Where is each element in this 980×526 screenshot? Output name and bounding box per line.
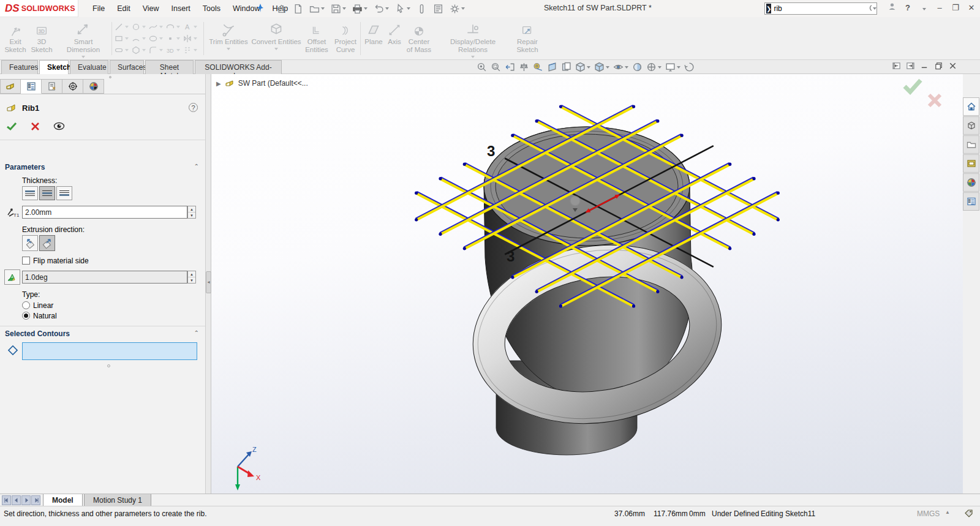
ribbon-3d-sketch[interactable]: 3D3DSketch <box>29 20 54 54</box>
section-view-icon[interactable] <box>547 62 557 72</box>
draft-angle-field[interactable]: 1.0deg <box>22 271 187 284</box>
pin-icon[interactable] <box>256 3 265 15</box>
tab-motion-study-1[interactable]: Motion Study 1 <box>84 494 151 506</box>
ribbon-offset-entities[interactable]: OffsetEntities <box>303 20 331 54</box>
normal-to-sketch-button[interactable] <box>39 235 55 251</box>
thickness-spinner[interactable]: ▲▼ <box>187 206 196 219</box>
flyout-expand-icon[interactable]: ▶ <box>216 80 221 87</box>
sketch-tool-arc-icon[interactable] <box>131 32 148 44</box>
sketch-tool-circle-icon[interactable] <box>131 21 148 32</box>
ribbon-center-of-mass[interactable]: Centerof Mass <box>404 20 434 54</box>
sketch-tool-ellipse-partial-icon[interactable] <box>165 21 183 32</box>
manager-tab-display-manager[interactable] <box>83 79 104 94</box>
ribbon-plane[interactable]: Plane <box>363 20 385 46</box>
thickness-both-sides-button[interactable] <box>39 186 55 200</box>
magnified-selection-icon[interactable] <box>519 62 529 72</box>
taskpane-design-library-tab[interactable] <box>963 135 979 154</box>
parallel-to-sketch-button[interactable] <box>22 235 38 251</box>
flip-material-side-checkbox[interactable] <box>22 257 30 265</box>
panel-divider[interactable]: ◂ <box>205 74 211 494</box>
draft-angle-spinner[interactable]: ▲▼ <box>187 271 196 284</box>
sketch-tool-line-icon[interactable] <box>114 21 131 32</box>
preview-eye-icon[interactable] <box>53 122 65 130</box>
model-nav-prev-button[interactable] <box>12 495 21 505</box>
sketch-tool-pattern-icon[interactable] <box>183 44 200 56</box>
ribbon-display-delete-relations[interactable]: Display/Delete Relations <box>436 20 510 58</box>
taskpane-appearances-tab[interactable] <box>963 173 979 192</box>
docwin-restore-button[interactable] <box>934 61 943 72</box>
graphics-viewport[interactable]: 33 Z X ▶ SW Par <box>211 74 963 494</box>
menu-edit[interactable]: Edit <box>111 2 136 15</box>
rotate-view-icon[interactable] <box>684 62 695 72</box>
tab-evaluate[interactable]: Evaluate <box>70 60 108 74</box>
taskpane-home-tab[interactable] <box>963 97 979 116</box>
previous-view-icon[interactable] <box>505 62 515 72</box>
options-icon[interactable] <box>448 2 467 15</box>
manager-tab-configuration-manager[interactable] <box>42 79 62 94</box>
type-natural-radio[interactable] <box>22 312 30 320</box>
docwin-pane-right-button[interactable] <box>906 61 915 72</box>
taskpane-custom-properties-tab[interactable] <box>963 192 979 211</box>
taskpane-file-explorer-tab[interactable] <box>963 154 979 173</box>
sketch-tool-fillet-icon[interactable] <box>148 44 165 56</box>
restore-button[interactable]: ❐ <box>951 3 960 12</box>
sketch-tool-spline-icon[interactable] <box>148 21 165 32</box>
tab-features[interactable]: Features <box>1 60 38 74</box>
view-settings-icon[interactable] <box>665 62 680 72</box>
units-caret-icon[interactable]: ▲ <box>945 509 950 515</box>
3d-drawing-view-icon[interactable] <box>561 62 571 72</box>
hide-show-items-icon[interactable] <box>613 62 628 72</box>
undo-icon[interactable] <box>372 2 391 15</box>
ribbon-smart-dimension[interactable]: Smart Dimension <box>56 20 110 58</box>
ribbon-convert-entities[interactable]: Convert Entities <box>251 20 301 50</box>
search-commands-icon[interactable]: ❯ <box>766 4 771 13</box>
ribbon-repair-sketch[interactable]: RepairSketch <box>513 20 541 54</box>
model-nav-next-button[interactable] <box>21 495 31 505</box>
selected-contours-listbox[interactable] <box>22 342 197 360</box>
taskpane-solidworks-resources-tab[interactable] <box>963 116 979 135</box>
ribbon-trim-entities[interactable]: Trim Entities <box>207 20 250 50</box>
flyout-part-name[interactable]: SW Part (Default<<... <box>238 79 308 88</box>
panel-grip[interactable] <box>0 74 205 79</box>
3d-scene[interactable]: 33 Z X <box>211 74 963 494</box>
open-icon[interactable] <box>307 2 326 15</box>
minimize-button[interactable]: – <box>935 3 944 12</box>
close-button[interactable]: ✕ <box>967 3 976 12</box>
ok-button[interactable] <box>6 121 17 131</box>
zoom-to-fit-icon[interactable] <box>477 62 487 72</box>
touch-icon[interactable] <box>415 2 429 15</box>
save-icon[interactable] <box>329 2 348 15</box>
ribbon-project-curve[interactable]: ProjectCurve <box>332 20 359 54</box>
sketch-tool-plane-3d-icon[interactable]: 3D <box>165 44 183 56</box>
panel-collapse-handle[interactable]: ◂ <box>206 271 211 293</box>
sketch-tool-polygon-icon[interactable] <box>131 44 148 56</box>
listbox-resize-handle[interactable] <box>107 364 110 367</box>
status-units[interactable]: MMGS <box>917 509 940 518</box>
print-icon[interactable] <box>350 2 369 15</box>
sketch-tool-text-a-icon[interactable]: A <box>183 21 200 32</box>
ribbon-exit-sketch[interactable]: ExitSketch <box>2 20 28 54</box>
view-orientation-icon[interactable] <box>575 62 590 72</box>
draft-on-off-button[interactable] <box>4 269 20 285</box>
model-nav-last-button[interactable] <box>31 495 40 505</box>
manager-tab-dimxpert-manager[interactable] <box>62 79 83 94</box>
docwin-pane-left-button[interactable] <box>892 61 901 72</box>
parameters-section-header[interactable]: Parameters <box>5 163 45 171</box>
type-linear-radio[interactable] <box>22 301 30 309</box>
search-input[interactable] <box>774 4 869 13</box>
selected-contours-collapse-icon[interactable]: ⌃ <box>194 329 199 336</box>
menu-view[interactable]: View <box>137 2 165 15</box>
confirmation-ok-icon[interactable] <box>902 78 923 95</box>
manager-tab-feature-manager-tree[interactable] <box>0 79 21 94</box>
menu-insert[interactable]: Insert <box>166 2 196 15</box>
edit-appearance-icon[interactable] <box>632 62 643 72</box>
pm-help-icon[interactable]: ? <box>189 103 198 112</box>
tab-sketch[interactable]: Sketch <box>39 60 69 74</box>
ribbon-axis[interactable]: Axis <box>386 20 403 46</box>
thickness-first-side-button[interactable] <box>22 186 38 200</box>
zoom-to-area-icon[interactable] <box>491 62 501 72</box>
feature-tree-flyout[interactable]: ▶ SW Part (Default<<... <box>216 79 308 88</box>
select-icon[interactable] <box>393 2 412 15</box>
home-icon[interactable] <box>274 2 288 15</box>
model-nav-first-button[interactable] <box>2 495 11 505</box>
